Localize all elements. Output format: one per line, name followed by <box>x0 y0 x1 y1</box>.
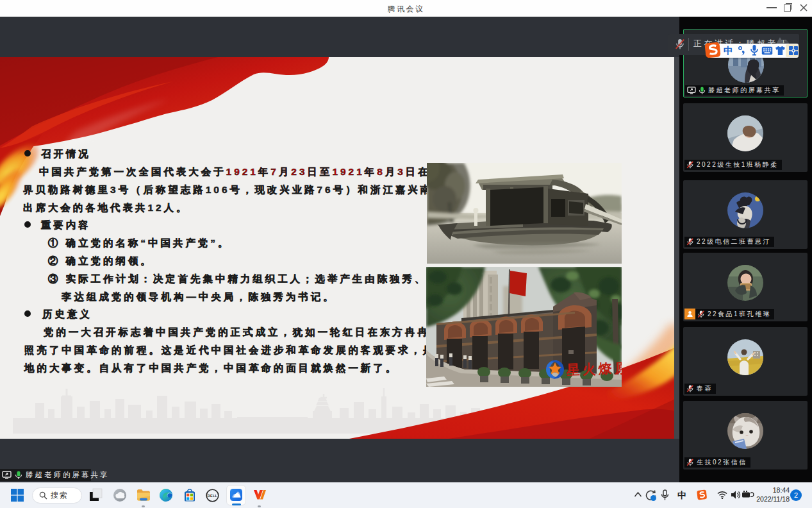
svg-text:DELL: DELL <box>208 494 218 498</box>
svg-text:星火燎原: 星火燎原 <box>565 360 622 378</box>
